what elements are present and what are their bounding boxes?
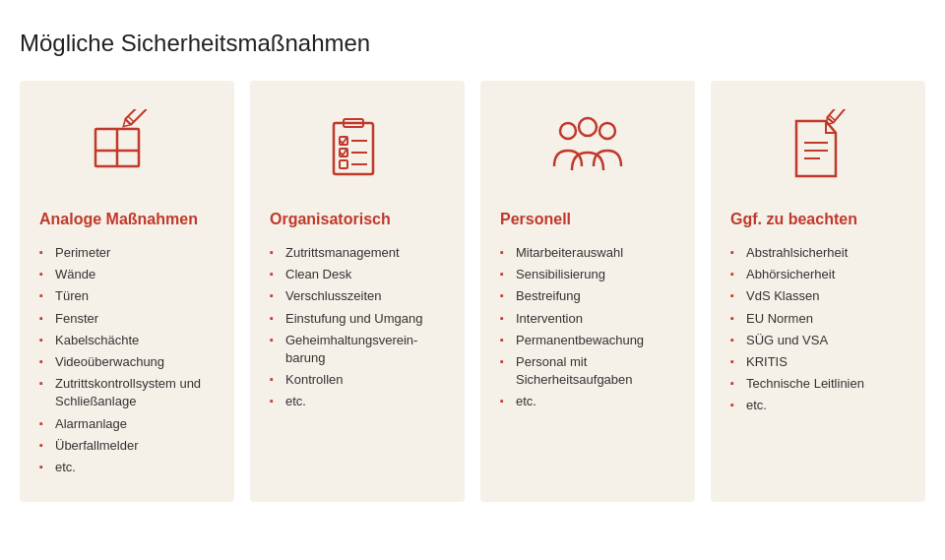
list-item: Geheimhaltungsverein­barung [270,330,445,369]
card-analog-list: Perimeter Wände Türen Fenster Kabelschäc… [39,242,215,478]
list-item: Überfallmelder [39,435,215,457]
list-item: Abstrahlsicherheit [730,242,906,264]
cards-container: Analoge Maßnahmen Perimeter Wände Türen … [20,81,925,502]
card-organisatorisch-title: Organisatorisch [270,211,445,228]
card-ggf: Ggf. zu beachten Abstrahlsicherheit Abhö… [711,81,925,502]
card-analog: Analoge Maßnahmen Perimeter Wände Türen … [20,81,234,502]
list-item: Fenster [39,308,215,330]
list-item: Technische Leitlinien [730,373,906,395]
list-item: Perimeter [39,242,215,264]
card-personell-list: Mitarbeiterauswahl Sensibilisierung Best… [500,242,675,413]
card-ggf-list: Abstrahlsicherheit Abhörsicherheit VdS K… [730,242,906,417]
clipboard-checklist-icon [270,104,445,193]
card-organisatorisch: Organisatorisch Zutrittsmanagement Clean… [250,81,465,502]
svg-rect-13 [340,160,347,168]
list-item: Verschlusszeiten [270,285,445,307]
list-item: Kontrollen [270,369,445,391]
list-item: Intervention [500,308,675,330]
list-item: SÜG und VSA [730,330,906,351]
list-item: KRITIS [730,351,906,373]
card-personell-title: Personell [500,211,675,228]
document-pencil-icon [730,104,906,193]
card-personell: Personell Mitarbeiterauswahl Sensibilisi… [480,81,695,502]
list-item: Zutrittsmanagement [270,242,445,264]
list-item: Türen [39,285,215,307]
list-item: Clean Desk [270,264,445,285]
svg-point-17 [579,118,597,136]
list-item: Videoüberwachung [39,351,215,373]
list-item: etc. [730,395,906,416]
card-analog-title: Analoge Maßnahmen [39,211,215,228]
list-item: Permanentbewachung [500,330,675,351]
svg-point-16 [599,123,615,139]
list-item: EU Normen [730,308,906,330]
list-item: VdS Klassen [730,285,906,307]
svg-line-6 [128,116,134,122]
list-item: Mitarbeiterauswahl [500,242,675,264]
list-item: etc. [39,457,215,478]
list-item: etc. [270,391,445,412]
list-item: etc. [500,391,675,412]
svg-point-15 [560,123,576,139]
list-item: Kabelschächte [39,330,215,351]
list-item: Wände [39,264,215,285]
people-group-icon [500,104,675,193]
card-organisatorisch-list: Zutrittsmanagement Clean Desk Verschluss… [270,242,445,413]
page-title: Mögliche Sicherheitsmaßnahmen [20,30,925,57]
list-item: Alarmanlage [39,413,215,435]
list-item: Bestreifung [500,285,675,307]
list-item: Einstufung und Umgang [270,308,445,330]
list-item: Zutrittskontrollsystem und Schließanlage [39,373,215,412]
list-item: Sensibilisierung [500,264,675,285]
floor-plan-pencil-icon [39,104,215,193]
list-item: Abhörsicherheit [730,264,906,285]
list-item: Personal mit Sicherheitsaufgaben [500,351,675,391]
card-ggf-title: Ggf. zu beachten [730,211,906,228]
